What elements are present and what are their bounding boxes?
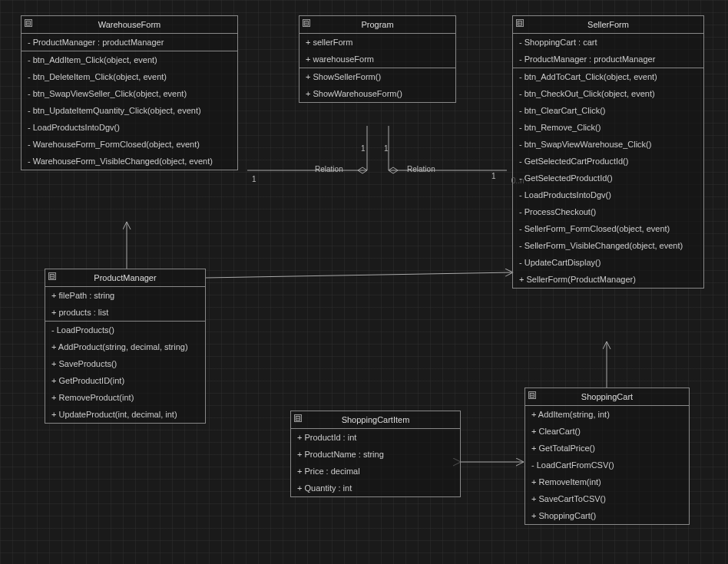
attribute-row: + ProductName : string: [291, 446, 460, 463]
class-name-label: ShoppingCart: [581, 392, 633, 401]
collapse-icon[interactable]: ⊟: [294, 414, 302, 422]
attributes-section: + filePath : string + products : list: [45, 287, 205, 322]
method-row: - SellerForm_FormClosed(object, event): [513, 220, 703, 237]
class-title: ⊟ ShoppingCartItem: [291, 411, 460, 429]
method-row: - btn_AddToCart_Click(object, event): [513, 68, 703, 85]
method-row: - LoadProductsIntoDgv(): [513, 186, 703, 203]
attribute-row: + products : list: [45, 304, 205, 321]
method-row: + SaveCartToCSV(): [525, 490, 689, 507]
method-row: - LoadProducts(): [45, 322, 205, 338]
method-row: + GetTotalPrice(): [525, 440, 689, 457]
method-row: + SellerForm(ProductManager): [513, 271, 703, 288]
multiplicity-seller-1: 1: [491, 172, 496, 180]
method-row: + AddProduct(string, decimal, string): [45, 338, 205, 355]
attribute-row: - ProductManager : productManager: [513, 51, 703, 68]
multiplicity-warehouse: 1: [252, 175, 256, 183]
method-row: + ShowWarehouseForm(): [299, 85, 455, 102]
class-title: ⊟ Program: [299, 16, 455, 34]
method-row: - ProcessCheckout(): [513, 203, 703, 220]
collapse-icon[interactable]: ⊟: [528, 391, 536, 399]
method-row: + ShoppingCart(): [525, 507, 689, 524]
method-row: + GetProductID(int): [45, 372, 205, 389]
class-program[interactable]: ⊟ Program + sellerForm + warehouseForm +…: [299, 15, 456, 103]
method-row: - btn_DeleteItem_Click(object, event): [22, 68, 237, 85]
class-name-label: WarehouseForm: [98, 20, 161, 29]
class-sellerform[interactable]: ⊟ SellerForm - ShoppingCart : cart - Pro…: [512, 15, 704, 289]
class-warehouseform[interactable]: ⊟ WarehouseForm - ProductManager : produ…: [21, 15, 238, 170]
attributes-section: - ProductManager : productManager: [22, 34, 237, 51]
method-row: + ClearCart(): [525, 423, 689, 440]
class-shoppingcart[interactable]: ⊟ ShoppingCart + AddItem(string, int) + …: [524, 388, 690, 525]
collapse-icon[interactable]: ⊟: [516, 19, 524, 27]
methods-section: + AddItem(string, int) + ClearCart() + G…: [525, 406, 689, 524]
class-productmanager[interactable]: ⊟ ProductManager + filePath : string + p…: [45, 269, 206, 424]
methods-section: - btn_AddToCart_Click(object, event) - b…: [513, 68, 703, 288]
method-row: + ShowSellerForm(): [299, 68, 455, 85]
method-row: - GetSelectedProductId(): [513, 170, 703, 186]
attribute-row: + Price : decimal: [291, 463, 460, 480]
attributes-section: - ShoppingCart : cart - ProductManager :…: [513, 34, 703, 68]
attributes-section: + sellerForm + warehouseForm: [299, 34, 455, 68]
method-row: + UpdateProduct(int, decimal, int): [45, 406, 205, 423]
class-name-label: Program: [361, 20, 393, 29]
method-row: - btn_Remove_Click(): [513, 119, 703, 136]
method-row: - btn_CheckOut_Click(object, event): [513, 85, 703, 102]
attribute-row: + filePath : string: [45, 287, 205, 304]
relation-label-left: Relation: [315, 165, 343, 173]
method-row: + SaveProducts(): [45, 355, 205, 372]
attribute-row: + Quantity : int: [291, 480, 460, 496]
relation-label-right: Relation: [407, 165, 435, 173]
method-row: + RemoveProduct(int): [45, 389, 205, 406]
class-title: ⊟ ShoppingCart: [525, 388, 689, 406]
collapse-icon[interactable]: ⊟: [48, 272, 56, 280]
methods-section: - btn_AddItem_Click(object, event) - btn…: [22, 51, 237, 170]
method-row: - WarehouseForm_FormClosed(object, event…: [22, 136, 237, 153]
method-row: - WarehouseForm_VisibleChanged(object, e…: [22, 153, 237, 170]
attribute-row: - ShoppingCart : cart: [513, 34, 703, 51]
method-row: - btn_SwapViewWarehouse_Click(): [513, 136, 703, 153]
method-row: + RemoveItem(int): [525, 473, 689, 490]
multiplicity-program-left: 1: [361, 144, 366, 153]
class-title: ⊟ WarehouseForm: [22, 16, 237, 34]
collapse-icon[interactable]: ⊟: [303, 19, 310, 27]
attribute-row: + sellerForm: [299, 34, 455, 51]
class-name-label: ProductManager: [94, 273, 156, 282]
method-row: + AddItem(string, int): [525, 406, 689, 423]
multiplicity-program-right: 1: [384, 144, 389, 153]
method-row: - LoadProductsIntoDgv(): [22, 119, 237, 136]
method-row: - UpdateCartDisplay(): [513, 254, 703, 271]
class-title: ⊟ SellerForm: [513, 16, 703, 34]
attributes-section: + ProductId : int + ProductName : string…: [291, 429, 460, 496]
class-shoppingcartitem[interactable]: ⊟ ShoppingCartItem + ProductId : int + P…: [290, 411, 461, 497]
class-name-label: SellerForm: [587, 20, 629, 29]
attribute-row: + ProductId : int: [291, 429, 460, 446]
method-row: - LoadCartFromCSV(): [525, 457, 689, 473]
methods-section: + ShowSellerForm() + ShowWarehouseForm(): [299, 68, 455, 102]
attribute-row: - ProductManager : productManager: [22, 34, 237, 51]
method-row: - btn_ClearCart_Click(): [513, 102, 703, 119]
method-row: - btn_SwapViewSeller_Click(object, event…: [22, 85, 237, 102]
class-name-label: ShoppingCartItem: [342, 415, 410, 424]
svg-line-5: [206, 272, 513, 278]
method-row: - btn_UpdateItemQuantity_Click(object, e…: [22, 102, 237, 119]
method-row: - btn_AddItem_Click(object, event): [22, 51, 237, 68]
class-title: ⊟ ProductManager: [45, 269, 205, 287]
method-row: - SellerForm_VisibleChanged(object, even…: [513, 237, 703, 254]
methods-section: - LoadProducts() + AddProduct(string, de…: [45, 322, 205, 423]
method-row: - GetSelectedCartProductId(): [513, 153, 703, 170]
attribute-row: + warehouseForm: [299, 51, 455, 68]
collapse-icon[interactable]: ⊟: [25, 19, 32, 27]
